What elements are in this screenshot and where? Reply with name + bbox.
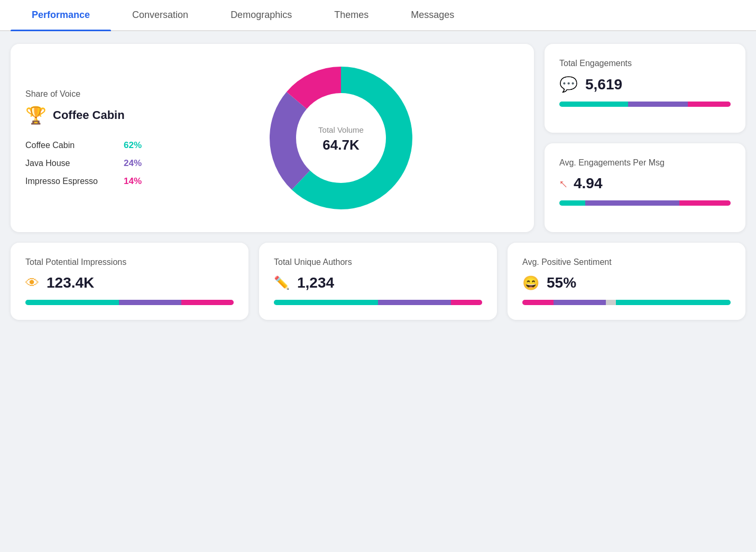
bar-segment-pink [688,102,731,107]
arrow-up-icon: ↑ [555,175,571,191]
avg-engagements-value: 4.94 [574,175,603,192]
impressions-card: Total Potential Impressions 👁 123.4K [11,243,248,320]
tab-themes[interactable]: Themes [313,0,390,30]
trophy-icon: 🏆 [25,105,47,125]
impressions-bar [25,300,234,305]
legend-row-impresso: Impresso Espresso 14% [25,176,142,187]
avg-engagements-label: Avg. Engagements Per Msg [559,158,731,168]
impressions-value: 123.4K [47,274,94,291]
legend-pct-coffee-cabin: 62% [124,140,142,151]
avg-engagements-bar [559,200,731,206]
impressions-value-row: 👁 123.4K [25,274,234,291]
sov-label: Share of Voice [25,89,142,99]
top-row: Share of Voice 🏆 Coffee Cabin Coffee Cab… [11,44,745,232]
bar-segment-teal [616,300,731,305]
sov-brand: 🏆 Coffee Cabin [25,105,142,125]
legend-name-java-house: Java House [25,159,70,168]
bar-segment-purple [378,300,451,305]
authors-value: 1,234 [297,274,334,291]
sov-legend: Coffee Cabin 62% Java House 24% Impresso… [25,140,142,187]
bar-segment-teal [559,102,628,107]
bar-segment-pink [522,300,554,305]
bar-segment-purple [628,102,688,107]
avg-engagements-value-row: ↑ 4.94 [559,175,731,192]
smiley-icon: 😄 [522,275,539,291]
legend-pct-impresso: 14% [124,176,142,187]
sov-left: Share of Voice 🏆 Coffee Cabin Coffee Cab… [25,89,142,187]
sentiment-bar [522,300,731,305]
bar-segment-teal [559,200,585,206]
bottom-row: Total Potential Impressions 👁 123.4K Tot… [11,243,745,320]
authors-label: Total Unique Authors [274,257,482,267]
sentiment-label: Avg. Positive Sentiment [522,257,731,267]
sov-brand-name: Coffee Cabin [53,108,125,122]
legend-row-coffee-cabin: Coffee Cabin 62% [25,140,142,151]
total-engagements-card: Total Engagements 💬 5,619 [545,44,745,133]
tab-messages[interactable]: Messages [390,0,475,30]
sentiment-value: 55% [547,274,576,291]
donut-total-label: Total Volume [318,125,364,134]
bar-segment-teal [274,300,378,305]
eye-icon: 👁 [25,275,39,291]
share-of-voice-card: Share of Voice 🏆 Coffee Cabin Coffee Cab… [11,44,534,232]
legend-name-coffee-cabin: Coffee Cabin [25,141,75,150]
total-engagements-bar [559,102,731,107]
bar-segment-purple [119,300,181,305]
avg-engagements-card: Avg. Engagements Per Msg ↑ 4.94 [545,143,745,232]
sentiment-value-row: 😄 55% [522,274,731,291]
impressions-label: Total Potential Impressions [25,257,234,267]
bar-segment-purple [554,300,606,305]
bar-segment-teal [25,300,119,305]
tab-performance[interactable]: Performance [11,0,111,30]
nav-tabs: Performance Conversation Demographics Th… [0,0,756,31]
authors-value-row: ✏️ 1,234 [274,274,482,291]
legend-pct-java-house: 24% [124,158,142,169]
authors-card: Total Unique Authors ✏️ 1,234 [259,243,497,320]
tab-demographics[interactable]: Demographics [209,0,313,30]
main-content: Share of Voice 🏆 Coffee Cabin Coffee Cab… [0,31,756,333]
tab-conversation[interactable]: Conversation [111,0,209,30]
total-engagements-value-row: 💬 5,619 [559,76,731,93]
authors-bar [274,300,482,305]
legend-name-impresso: Impresso Espresso [25,177,98,186]
pencil-icon: ✏️ [274,275,290,290]
right-column: Total Engagements 💬 5,619 Avg. Engagemen… [545,44,745,232]
chat-bubble-icon: 💬 [559,76,578,93]
bar-segment-pink [679,200,731,206]
donut-svg: Total Volume 64.7K [262,59,420,217]
bar-segment-pink [451,300,482,305]
bar-segment-purple [585,200,679,206]
donut-chart: Total Volume 64.7K [163,59,519,217]
total-engagements-label: Total Engagements [559,59,731,68]
bar-segment-gray [606,300,616,305]
total-engagements-value: 5,619 [585,76,622,93]
legend-row-java-house: Java House 24% [25,158,142,169]
donut-total-value: 64.7K [322,137,359,153]
sentiment-card: Avg. Positive Sentiment 😄 55% [508,243,745,320]
bar-segment-pink [181,300,234,305]
